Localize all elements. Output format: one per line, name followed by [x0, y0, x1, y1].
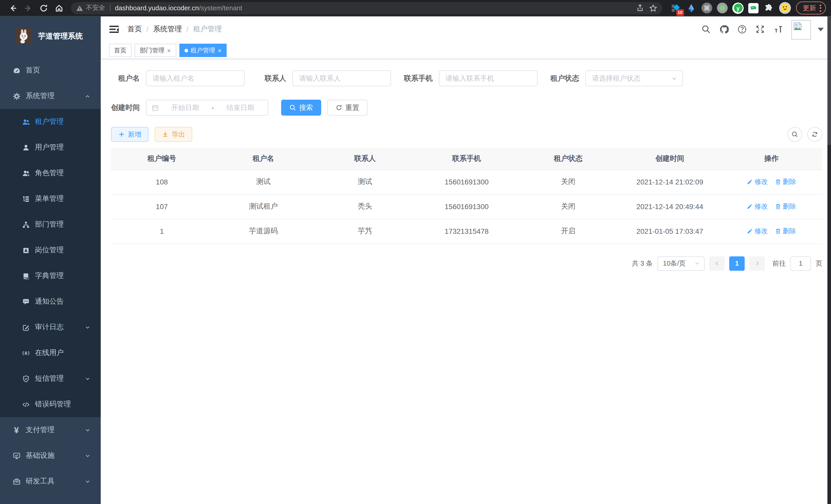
delete-link[interactable]: 删除 — [775, 202, 796, 211]
bookmark-star-icon[interactable] — [649, 4, 657, 12]
url-bar[interactable]: 不安全 dashboard.yudao.iocoder.cn/system/te… — [71, 2, 662, 14]
top-navbar: 首页 / 系统管理 / 租户管理 — [101, 17, 831, 42]
browser-menu-icon[interactable] — [820, 4, 821, 11]
delete-link[interactable]: 删除 — [775, 227, 796, 236]
sidebar-item-menu[interactable]: 菜单管理 — [0, 186, 101, 212]
delete-link[interactable]: 删除 — [775, 177, 796, 186]
goto-page-input[interactable] — [791, 256, 811, 270]
close-icon[interactable]: × — [218, 47, 222, 54]
logo-image — [16, 28, 32, 44]
forward-icon[interactable] — [21, 1, 36, 14]
extension-dot-icon[interactable] — [717, 3, 728, 13]
edit-link[interactable]: 修改 — [747, 227, 768, 236]
filter-row-1: 租户名 联系人 联系手机 租户状态 请选择租户状态 — [111, 70, 822, 86]
app-logo[interactable]: 芋道管理系统 — [0, 17, 101, 51]
edit-icon — [747, 203, 753, 210]
refresh-icon — [336, 104, 342, 111]
extension-diamond-icon[interactable]: 10 — [670, 2, 681, 13]
tab-dept[interactable]: 部门管理 × — [135, 44, 176, 57]
sidebar-item-audit-log[interactable]: 审计日志 — [0, 315, 101, 340]
edit-link[interactable]: 修改 — [747, 202, 768, 211]
extension-kite-icon[interactable] — [686, 2, 697, 13]
github-icon[interactable] — [719, 25, 729, 34]
update-button[interactable]: 更新 — [796, 2, 826, 14]
page-size-select[interactable]: 10条/页 — [657, 256, 705, 270]
breadcrumb-home[interactable]: 首页 — [127, 25, 142, 34]
status-select[interactable]: 请选择租户状态 — [585, 70, 683, 86]
help-icon[interactable] — [738, 25, 747, 34]
total-count: 共 3 条 — [632, 259, 653, 268]
tenant-name-input[interactable] — [146, 70, 245, 86]
sidebar-item-system[interactable]: 系统管理 — [0, 83, 101, 109]
extension-command-icon[interactable] — [701, 3, 712, 13]
breadcrumb: 首页 / 系统管理 / 租户管理 — [127, 25, 222, 34]
tab-home[interactable]: 首页 — [109, 44, 132, 57]
sidebar-item-sms[interactable]: 短信管理 — [0, 366, 101, 391]
sidebar-item-post[interactable]: 岗位管理 — [0, 237, 101, 263]
breadcrumb-separator: / — [146, 25, 148, 33]
org-chart-icon — [22, 220, 30, 229]
extension-y-icon[interactable]: y — [732, 2, 744, 13]
font-size-icon[interactable] — [773, 25, 783, 34]
cell-created: 2021-01-05 17:03:47 — [619, 219, 720, 243]
share-icon[interactable] — [636, 4, 644, 12]
extension-chat-icon[interactable] — [748, 3, 758, 13]
chevron-down-icon — [85, 325, 90, 330]
export-button[interactable]: 导出 — [155, 127, 192, 142]
contact-label: 联系人 — [257, 74, 286, 83]
phone-input[interactable] — [439, 70, 538, 86]
trash-icon — [775, 179, 781, 185]
sidebar-item-payment[interactable]: ¥ 支付管理 — [0, 417, 101, 443]
tab-tenant[interactable]: 租户管理 × — [179, 44, 227, 57]
close-icon[interactable]: × — [167, 47, 171, 54]
refresh-table-button[interactable] — [807, 127, 822, 142]
pagination: 共 3 条 10条/页 1 前往 页 — [111, 256, 822, 270]
sidebar-item-infra[interactable]: 基础设施 — [0, 443, 101, 469]
add-label: 新增 — [128, 130, 141, 139]
code-icon — [22, 400, 30, 409]
date-start-placeholder: 开始日期 — [163, 103, 208, 112]
sidebar-item-label: 基础设施 — [26, 451, 55, 460]
extensions-puzzle-icon[interactable] — [763, 2, 774, 13]
back-icon[interactable] — [5, 1, 21, 14]
sidebar-item-online-users[interactable]: 在线用户 — [0, 340, 101, 366]
sidebar-item-notice[interactable]: 通知公告 — [0, 289, 101, 315]
next-page-button[interactable] — [749, 256, 765, 270]
page-scrollbar[interactable] — [827, 17, 831, 504]
sidebar-item-home[interactable]: 首页 — [0, 58, 101, 83]
site-security[interactable]: 不安全 — [76, 4, 105, 12]
user-avatar[interactable] — [792, 20, 811, 39]
contact-input[interactable] — [292, 70, 391, 86]
edit-link[interactable]: 修改 — [747, 177, 768, 186]
reload-icon[interactable] — [36, 1, 51, 14]
search-button[interactable]: 搜索 — [281, 100, 321, 116]
home-icon[interactable] — [51, 1, 67, 14]
sidebar-item-dept[interactable]: 部门管理 — [0, 212, 101, 237]
broken-image-icon — [793, 22, 802, 31]
search-icon[interactable] — [701, 25, 711, 34]
profile-avatar-icon[interactable] — [779, 2, 791, 14]
sidebar-item-dev-tools[interactable]: 研发工具 — [0, 469, 101, 494]
avatar-caret-icon[interactable] — [818, 28, 824, 31]
toggle-search-button[interactable] — [787, 127, 802, 142]
reset-button[interactable]: 重置 — [327, 100, 368, 116]
sidebar-item-tenant[interactable]: 租户管理 — [0, 109, 101, 135]
chevron-down-icon — [85, 376, 90, 382]
sidebar-item-user[interactable]: 用户管理 — [0, 135, 101, 160]
page-number-1[interactable]: 1 — [729, 256, 745, 270]
date-range-picker[interactable]: 开始日期 - 结束日期 — [146, 100, 268, 116]
sidebar-item-error-code[interactable]: 错误码管理 — [0, 391, 101, 417]
chevron-down-icon — [85, 453, 90, 459]
screen: 不安全 dashboard.yudao.iocoder.cn/system/te… — [0, 0, 831, 504]
fullscreen-icon[interactable] — [755, 25, 765, 34]
prev-page-button[interactable] — [709, 256, 725, 270]
sidebar-item-role[interactable]: 角色管理 — [0, 160, 101, 186]
sidebar-item-dict[interactable]: 字典管理 — [0, 263, 101, 289]
breadcrumb-system[interactable]: 系统管理 — [153, 25, 182, 34]
chevron-down-icon — [694, 261, 700, 266]
online-signal-icon — [22, 349, 30, 357]
sidebar-toggle-icon[interactable] — [109, 24, 119, 34]
cell-id: 1 — [111, 219, 212, 243]
add-button[interactable]: 新增 — [111, 127, 148, 142]
toolbox-icon — [12, 477, 21, 485]
